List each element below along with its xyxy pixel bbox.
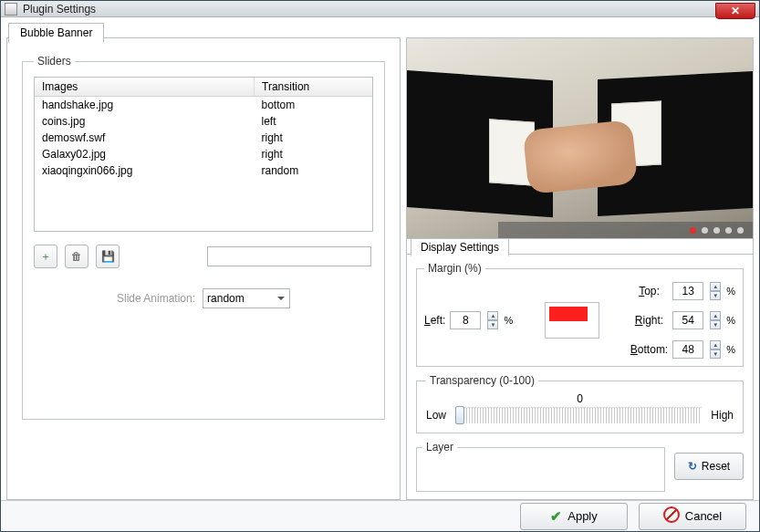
sliders-table[interactable]: Images Transition handshake.jpgbottom co…	[34, 77, 373, 232]
add-button[interactable]: ＋	[34, 245, 57, 268]
check-icon	[550, 508, 562, 525]
pct-label: %	[726, 286, 735, 297]
transparency-low-label: Low	[426, 409, 446, 422]
margin-right-label: Right:	[635, 314, 663, 327]
app-icon	[5, 3, 17, 16]
pagination-dot[interactable]	[713, 227, 720, 234]
slide-animation-label: Slide Animation:	[117, 292, 195, 305]
margin-top-label: Top:	[639, 285, 660, 297]
tab-display-settings[interactable]: Display Settings	[411, 238, 509, 256]
margin-top-spinner[interactable]: ▲▼	[710, 282, 721, 300]
margin-left-label: Left:	[424, 314, 445, 327]
footer: Apply Cancel	[1, 500, 759, 531]
close-icon: ✕	[731, 5, 740, 17]
pagination-dot[interactable]	[725, 227, 732, 234]
margin-left-input[interactable]: 8	[450, 311, 481, 329]
tab-bubble-banner-label: Bubble Banner	[20, 26, 92, 39]
transparency-slider[interactable]	[455, 407, 702, 423]
col-images[interactable]: Images	[35, 78, 255, 97]
cancel-button[interactable]: Cancel	[639, 503, 746, 530]
pagination-dot[interactable]	[737, 227, 744, 234]
slide-animation-value: random	[207, 292, 245, 305]
slider-thumb[interactable]	[455, 406, 464, 424]
layer-fieldset: Layer	[416, 441, 665, 492]
margin-fieldset: Margin (%) Top: 13 ▲▼ % Left: 8	[416, 262, 744, 367]
margin-top-input[interactable]: 13	[672, 282, 703, 300]
margin-preview-swatch	[545, 302, 599, 339]
table-row[interactable]: coins.jpgleft	[35, 113, 372, 130]
preview-image	[407, 38, 753, 239]
margin-bottom-input[interactable]: 48	[672, 340, 703, 359]
tab-bubble-banner[interactable]: Bubble Banner	[8, 23, 104, 43]
reset-button[interactable]: Reset	[674, 453, 744, 480]
reset-icon	[688, 460, 697, 473]
pagination-dot[interactable]	[702, 227, 708, 234]
table-row[interactable]: demoswf.swfright	[35, 130, 372, 146]
transparency-fieldset: Transparency (0-100) 0 Low High	[416, 374, 744, 433]
filename-input[interactable]	[207, 246, 371, 266]
pct-label: %	[726, 344, 735, 355]
trash-icon: 🗑	[71, 250, 82, 263]
titlebar[interactable]: Plugin Settings ✕	[1, 1, 759, 17]
right-panel: Display Settings Margin (%) Top: 13 ▲▼ %	[406, 37, 754, 500]
preview-pagination	[498, 222, 753, 238]
margin-swatch-color	[549, 307, 588, 321]
pct-label: %	[726, 315, 735, 326]
table-row[interactable]: xiaoqingxin066.jpgrandom	[35, 162, 372, 179]
plus-icon: ＋	[40, 249, 51, 265]
cancel-icon	[663, 506, 680, 526]
left-panel: Bubble Banner Sliders Images Transition	[6, 37, 401, 500]
transparency-legend: Transparency (0-100)	[426, 374, 538, 387]
apply-label: Apply	[567, 509, 598, 523]
delete-button[interactable]: 🗑	[65, 245, 88, 268]
transparency-high-label: High	[711, 409, 734, 422]
window-title: Plugin Settings	[23, 3, 96, 16]
sliders-fieldset: Sliders Images Transition handshake.jpgb…	[22, 55, 385, 420]
pct-label: %	[504, 315, 513, 326]
margin-right-input[interactable]: 54	[672, 311, 703, 329]
col-transition[interactable]: Transition	[255, 78, 373, 97]
table-row[interactable]: Galaxy02.jpgright	[35, 146, 372, 162]
margin-bottom-label: Bottom:	[630, 343, 668, 356]
close-button[interactable]: ✕	[715, 3, 755, 19]
reset-label: Reset	[702, 460, 730, 473]
plugin-settings-window: Plugin Settings ✕ Bubble Banner Sliders	[0, 0, 760, 532]
transparency-value: 0	[426, 392, 734, 405]
table-row[interactable]: handshake.jpgbottom	[35, 97, 372, 114]
margin-legend: Margin (%)	[424, 262, 485, 275]
layer-legend: Layer	[422, 441, 457, 454]
display-settings-panel: Display Settings Margin (%) Top: 13 ▲▼ %	[407, 254, 753, 499]
pagination-dot[interactable]	[690, 227, 696, 234]
save-icon: 💾	[101, 250, 115, 263]
tab-display-settings-label: Display Settings	[421, 241, 499, 254]
apply-button[interactable]: Apply	[520, 503, 628, 530]
margin-left-spinner[interactable]: ▲▼	[487, 311, 498, 329]
margin-right-spinner[interactable]: ▲▼	[710, 311, 721, 329]
margin-bottom-spinner[interactable]: ▲▼	[710, 340, 721, 359]
content-area: Bubble Banner Sliders Images Transition	[1, 17, 759, 500]
slide-animation-select[interactable]: random	[203, 288, 290, 308]
cancel-label: Cancel	[685, 509, 722, 523]
save-button[interactable]: 💾	[96, 245, 120, 268]
